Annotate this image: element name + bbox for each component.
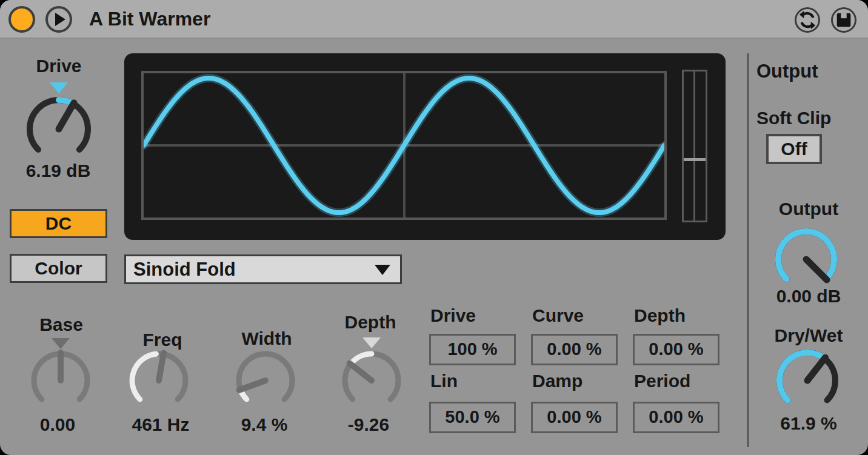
output-knob-label: Output [760, 199, 857, 219]
soft-clip-toggle[interactable]: Off [766, 134, 822, 164]
chevron-down-icon [375, 265, 390, 275]
field-drive-value: 100 % [447, 339, 497, 359]
drywet-knob-value: 61.9 % [754, 413, 863, 434]
field-damp-value: 0.00 % [547, 407, 601, 427]
field-lin[interactable]: 50.0 % [429, 402, 516, 433]
color-toggle[interactable]: Color [10, 254, 107, 283]
width-knob-label: Width [227, 328, 306, 349]
output-knob-value: 0.00 dB [754, 286, 863, 307]
drywet-knob-label: Dry/Wet [752, 325, 866, 346]
field-period-value: 0.00 % [649, 407, 703, 427]
field-label-drive: Drive [430, 305, 476, 326]
field-label-curve: Curve [532, 305, 584, 326]
depth-knob[interactable] [338, 347, 405, 414]
base-knob-label: Base [22, 314, 101, 335]
base-knob-value: 0.00 [18, 414, 97, 435]
save-icon [833, 10, 854, 30]
sine-waveform [144, 73, 664, 218]
display-zoom-slider[interactable] [682, 70, 707, 222]
waveform-plot [141, 71, 667, 220]
drywet-knob[interactable] [773, 347, 841, 414]
width-knob[interactable] [232, 347, 299, 414]
hot-swap-button[interactable] [795, 7, 820, 33]
slider-track [693, 71, 695, 221]
field-depth[interactable]: 0.00 % [633, 334, 719, 365]
field-curve[interactable]: 0.00 % [531, 334, 618, 365]
depth-knob-value: -9.26 [329, 414, 408, 435]
device-title-bar: A Bit Warmer [0, 0, 868, 39]
field-label-period: Period [634, 371, 690, 391]
shaper-mode-value: Sinoid Fold [133, 257, 236, 282]
output-section-header: Output [756, 61, 847, 82]
field-label-depth: Depth [634, 305, 686, 326]
device-title: A Bit Warmer [89, 8, 210, 30]
width-knob-value: 9.4 % [225, 414, 304, 435]
soft-clip-label: Soft Clip [756, 108, 866, 128]
freq-knob-value: 461 Hz [121, 414, 200, 435]
dc-shift-toggle[interactable]: DC [10, 209, 107, 238]
waveform-display-panel [124, 53, 726, 240]
field-label-lin: Lin [430, 371, 458, 391]
shaper-mode-dropdown[interactable]: Sinoid Fold [124, 254, 402, 284]
field-period[interactable]: 0.00 % [633, 402, 719, 433]
drive-knob-value: 6.19 dB [10, 161, 107, 181]
section-divider [747, 53, 749, 447]
base-knob[interactable] [27, 347, 94, 414]
device-a-bit-warmer: A Bit Warmer Drive 6.19 dB DC Color [0, 0, 868, 455]
play-icon [55, 13, 65, 26]
drive-automation-marker-icon [50, 82, 68, 93]
output-knob[interactable] [772, 225, 840, 293]
hot-swap-icon [797, 10, 818, 30]
drive-knob[interactable] [22, 93, 95, 165]
field-damp[interactable]: 0.00 % [531, 402, 618, 433]
field-label-damp: Damp [532, 371, 583, 391]
depth-knob-label: Depth [331, 312, 410, 333]
save-preset-button[interactable] [831, 7, 856, 33]
field-lin-value: 50.0 % [445, 407, 499, 427]
freq-knob[interactable] [125, 347, 192, 414]
slider-handle[interactable] [684, 158, 706, 161]
field-depth-value: 0.00 % [649, 339, 703, 359]
field-curve-value: 0.00 % [547, 339, 601, 359]
field-drive[interactable]: 100 % [429, 334, 516, 365]
drive-knob-label: Drive [19, 56, 98, 76]
preview-play-button[interactable] [45, 6, 72, 33]
device-on-toggle[interactable] [8, 6, 35, 33]
